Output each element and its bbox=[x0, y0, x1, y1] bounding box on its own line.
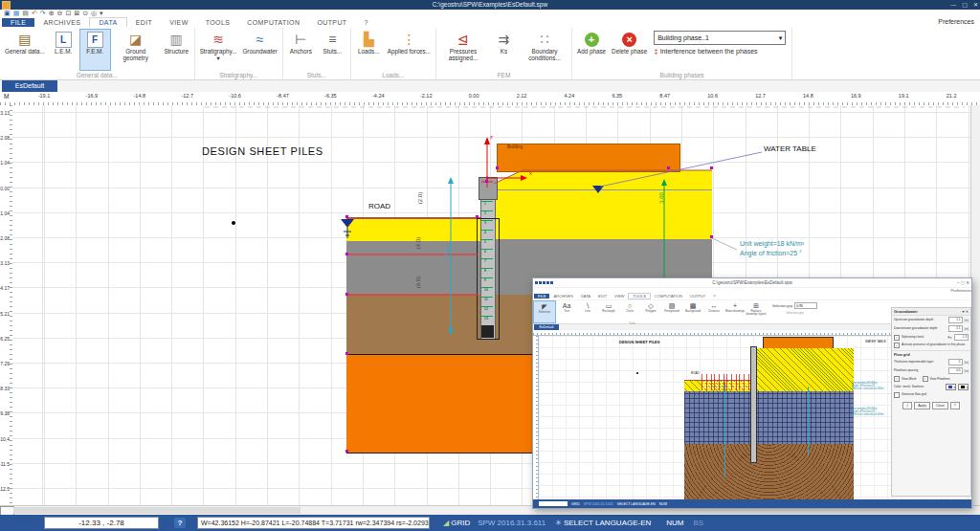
preferences-link[interactable]: Preferences bbox=[938, 18, 974, 25]
ribbon-item-groundwater[interactable]: ≈Groundwater bbox=[239, 29, 279, 71]
inset-tool-move[interactable]: +Move drawings bbox=[724, 300, 746, 323]
vertex-node[interactable] bbox=[485, 180, 488, 183]
ribbon-item-loads[interactable]: ▙Loads... bbox=[353, 29, 385, 71]
horizontal-scroll-thumb[interactable] bbox=[13, 507, 301, 514]
menu-item-tools[interactable]: TOOLS bbox=[628, 293, 651, 299]
menu-item-data[interactable]: DATA bbox=[89, 17, 126, 28]
ribbon-item-general-data[interactable]: ▤General data... bbox=[2, 29, 48, 71]
menu-item-file[interactable]: FILE bbox=[534, 294, 549, 299]
minimize-button[interactable]: — bbox=[950, 0, 956, 10]
menu-item-output[interactable]: OUTPUT bbox=[308, 18, 355, 27]
inset-tool-replace[interactable]: ⊞Replace drawings layout bbox=[746, 300, 767, 323]
language-selector[interactable]: ✳ SELECT LANGUAGE-EN bbox=[555, 519, 651, 527]
flowlines-color-picker[interactable]: ▾ bbox=[958, 384, 969, 390]
close-button[interactable]: ✕ bbox=[973, 0, 978, 10]
ribbon-item-delete-phase[interactable]: ×Delete phase bbox=[609, 29, 650, 71]
menu-item-view[interactable]: VIEW bbox=[161, 18, 197, 27]
panel-help-button[interactable]: ? bbox=[950, 402, 960, 409]
interference-option[interactable]: ‡Interference between the phases bbox=[654, 47, 786, 55]
sheet-pile-cap[interactable] bbox=[479, 177, 498, 200]
thickness-input[interactable]: 5 bbox=[948, 359, 963, 365]
inset-tool-text[interactable]: AaText bbox=[556, 300, 577, 323]
menu-item-output[interactable]: OUTPUT bbox=[686, 294, 709, 299]
redo-icon[interactable]: ↷ bbox=[40, 10, 46, 17]
selection-grip-input[interactable] bbox=[794, 302, 817, 309]
view-flowlines-checkbox[interactable]: ✓ bbox=[923, 376, 928, 382]
inset-tool-distance[interactable]: ↔Distance bbox=[703, 300, 724, 323]
downstream-depth-input[interactable]: 2.1 bbox=[948, 325, 963, 332]
vertex-node[interactable] bbox=[345, 253, 348, 255]
zoom-window-icon[interactable]: ⊡ bbox=[65, 10, 71, 17]
inset-tool-cursor[interactable]: ◤Selection bbox=[533, 300, 556, 323]
menu-item-computation[interactable]: COMPUTATION bbox=[651, 294, 686, 299]
spacing-input[interactable]: 0.5 bbox=[948, 367, 963, 374]
upstream-depth-input[interactable]: 1.1 bbox=[948, 317, 963, 323]
mesh-color-picker[interactable]: ▾ bbox=[946, 384, 956, 390]
inset-tool-foreground[interactable]: ▨Foreground bbox=[661, 300, 682, 323]
zoom-in-icon[interactable]: ⊕ bbox=[49, 10, 55, 17]
apply-button[interactable]: Apply bbox=[914, 402, 930, 409]
ribbon-item-lem[interactable]: LL.E.M. bbox=[48, 29, 79, 71]
ribbon-item-stratigraphy[interactable]: ≋Stratigraphy... ▾ bbox=[197, 29, 240, 71]
vertex-node[interactable] bbox=[345, 293, 348, 296]
zoom-out-icon[interactable]: ⊖ bbox=[57, 10, 63, 17]
menu-item-edit[interactable]: EDIT bbox=[594, 294, 611, 299]
grid-toggle[interactable]: ◢ GRID bbox=[443, 519, 470, 527]
zoom-previous-icon[interactable]: ⊙ bbox=[82, 10, 88, 17]
vertex-node[interactable] bbox=[476, 215, 479, 218]
pan-icon[interactable]: ◎ bbox=[91, 10, 97, 17]
inset-tool-rectangle[interactable]: ▭Rectangle bbox=[598, 300, 619, 323]
num-lock-indicator[interactable]: NUM bbox=[666, 519, 683, 527]
vertex-node[interactable] bbox=[710, 166, 713, 169]
inset-tool-line[interactable]: ∖Line bbox=[577, 300, 598, 323]
app-icon[interactable]: ▣ bbox=[4, 10, 11, 17]
maximize-button[interactable]: ▢ bbox=[962, 0, 968, 10]
menu-item-archives[interactable]: ARCHIVES bbox=[34, 18, 89, 27]
menu-item-computation[interactable]: COMPUTATION bbox=[238, 18, 308, 27]
vertex-node[interactable] bbox=[496, 166, 499, 169]
menu-item-data[interactable]: DATA bbox=[577, 294, 594, 299]
inset-language-selector[interactable]: SELECT LANGUAGE-EN bbox=[617, 502, 656, 506]
help-icon[interactable]: ? bbox=[174, 518, 186, 528]
panel-pin-close-icons[interactable]: ▾ ✕ bbox=[963, 309, 969, 314]
ribbon-item-add-phase[interactable]: +Add phase bbox=[574, 29, 609, 71]
inset-tool-polygon[interactable]: ◇Polygon bbox=[640, 300, 661, 323]
ribbon-item-boundary-conditions[interactable]: ∷Boundary conditions... bbox=[520, 29, 569, 71]
menu-item-tools[interactable]: TOOLS bbox=[197, 18, 239, 27]
generate-flow-grid-checkbox[interactable] bbox=[894, 392, 900, 398]
close-panel-button[interactable]: Close bbox=[932, 402, 948, 409]
activate-groundwater-checkbox[interactable]: ✓ bbox=[894, 343, 900, 348]
menu-item-edit[interactable]: EDIT bbox=[127, 18, 162, 27]
fs-input[interactable]: 1.3 bbox=[954, 334, 969, 341]
siphoning-checkbox[interactable]: ✓ bbox=[894, 335, 900, 341]
menu-item-?[interactable]: ? bbox=[709, 294, 719, 299]
undo-icon[interactable]: ↶ bbox=[32, 10, 37, 17]
ribbon-item-pressures[interactable]: ⊴Pressures assigned... bbox=[438, 29, 488, 71]
menu-item-archives[interactable]: ARCHIVES bbox=[549, 294, 576, 299]
menu-item-view[interactable]: VIEW bbox=[611, 294, 628, 299]
ribbon-item-structure[interactable]: ▥Structure bbox=[161, 29, 192, 71]
menu-item-file[interactable]: FILE bbox=[2, 18, 34, 27]
vertex-node[interactable] bbox=[667, 166, 670, 169]
function-button[interactable]: ƒ bbox=[902, 402, 912, 409]
inset-tool-circle[interactable]: ○Circle bbox=[619, 300, 640, 323]
document-tab[interactable]: EsDefault bbox=[2, 80, 57, 92]
vertex-node[interactable] bbox=[710, 235, 713, 238]
ribbon-item-applied-forces[interactable]: ⋮Applied forces... bbox=[385, 29, 434, 71]
inset-grid-toggle[interactable]: GRID bbox=[571, 502, 580, 506]
ribbon-item-ks[interactable]: ⇉Ks bbox=[488, 29, 520, 71]
inset-preview-window[interactable]: C:\geostru\SPW\Examples\EsDefault.spw – … bbox=[532, 277, 972, 509]
save-icon[interactable]: ▦ bbox=[13, 10, 20, 17]
zoom-extents-icon[interactable]: ⊠ bbox=[74, 10, 79, 17]
ribbon-item-ground-geometry[interactable]: ◪Ground geometry bbox=[111, 29, 161, 71]
inset-tool-background[interactable]: ▩Background bbox=[682, 300, 703, 323]
ribbon-item-anchors[interactable]: ⊢Anchors bbox=[285, 29, 317, 71]
more-icon[interactable]: ▾ bbox=[100, 10, 103, 17]
ribbon-item-fem[interactable]: FF.E.M. bbox=[79, 29, 111, 71]
inset-window-controls[interactable]: – ▢ ✕ bbox=[957, 280, 969, 285]
soil-layer-yellow-right[interactable] bbox=[494, 170, 712, 239]
vertex-node[interactable] bbox=[345, 352, 348, 355]
print-icon[interactable]: ▤ bbox=[22, 10, 29, 17]
vertex-node[interactable] bbox=[345, 215, 348, 218]
menu-item-?[interactable]: ? bbox=[356, 18, 377, 27]
